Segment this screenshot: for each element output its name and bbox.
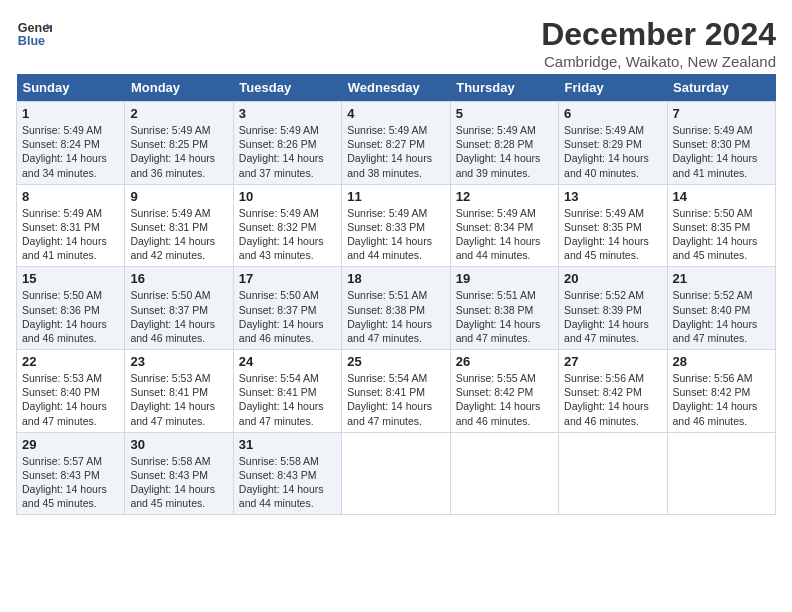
calendar-cell-0-1: 2 Sunrise: 5:49 AMSunset: 8:25 PMDayligh… [125, 102, 233, 185]
day-number: 15 [22, 271, 119, 286]
week-row-2: 15 Sunrise: 5:50 AMSunset: 8:36 PMDaylig… [17, 267, 776, 350]
cell-info: Sunrise: 5:50 AMSunset: 8:35 PMDaylight:… [673, 206, 770, 263]
calendar-cell-4-5 [559, 432, 667, 515]
cell-info: Sunrise: 5:52 AMSunset: 8:40 PMDaylight:… [673, 288, 770, 345]
title-area: December 2024 Cambridge, Waikato, New Ze… [541, 16, 776, 70]
cell-info: Sunrise: 5:50 AMSunset: 8:36 PMDaylight:… [22, 288, 119, 345]
calendar-cell-3-0: 22 Sunrise: 5:53 AMSunset: 8:40 PMDaylig… [17, 350, 125, 433]
day-number: 2 [130, 106, 227, 121]
calendar-cell-0-6: 7 Sunrise: 5:49 AMSunset: 8:30 PMDayligh… [667, 102, 775, 185]
cell-info: Sunrise: 5:49 AMSunset: 8:29 PMDaylight:… [564, 123, 661, 180]
day-number: 3 [239, 106, 336, 121]
calendar-cell-3-1: 23 Sunrise: 5:53 AMSunset: 8:41 PMDaylig… [125, 350, 233, 433]
cell-info: Sunrise: 5:49 AMSunset: 8:28 PMDaylight:… [456, 123, 553, 180]
day-number: 14 [673, 189, 770, 204]
day-number: 19 [456, 271, 553, 286]
day-number: 10 [239, 189, 336, 204]
calendar-cell-4-6 [667, 432, 775, 515]
logo: General Blue [16, 16, 52, 52]
cell-info: Sunrise: 5:58 AMSunset: 8:43 PMDaylight:… [130, 454, 227, 511]
week-row-3: 22 Sunrise: 5:53 AMSunset: 8:40 PMDaylig… [17, 350, 776, 433]
cell-info: Sunrise: 5:49 AMSunset: 8:26 PMDaylight:… [239, 123, 336, 180]
header-saturday: Saturday [667, 74, 775, 102]
calendar-cell-3-6: 28 Sunrise: 5:56 AMSunset: 8:42 PMDaylig… [667, 350, 775, 433]
header-wednesday: Wednesday [342, 74, 450, 102]
week-row-1: 8 Sunrise: 5:49 AMSunset: 8:31 PMDayligh… [17, 184, 776, 267]
calendar-cell-2-0: 15 Sunrise: 5:50 AMSunset: 8:36 PMDaylig… [17, 267, 125, 350]
cell-info: Sunrise: 5:49 AMSunset: 8:33 PMDaylight:… [347, 206, 444, 263]
cell-info: Sunrise: 5:49 AMSunset: 8:27 PMDaylight:… [347, 123, 444, 180]
calendar-table: Sunday Monday Tuesday Wednesday Thursday… [16, 74, 776, 515]
day-number: 29 [22, 437, 119, 452]
day-number: 1 [22, 106, 119, 121]
calendar-cell-2-2: 17 Sunrise: 5:50 AMSunset: 8:37 PMDaylig… [233, 267, 341, 350]
cell-info: Sunrise: 5:56 AMSunset: 8:42 PMDaylight:… [564, 371, 661, 428]
day-number: 16 [130, 271, 227, 286]
svg-text:Blue: Blue [18, 34, 45, 48]
calendar-cell-4-2: 31 Sunrise: 5:58 AMSunset: 8:43 PMDaylig… [233, 432, 341, 515]
header-row: Sunday Monday Tuesday Wednesday Thursday… [17, 74, 776, 102]
header-friday: Friday [559, 74, 667, 102]
day-number: 9 [130, 189, 227, 204]
cell-info: Sunrise: 5:50 AMSunset: 8:37 PMDaylight:… [239, 288, 336, 345]
week-row-0: 1 Sunrise: 5:49 AMSunset: 8:24 PMDayligh… [17, 102, 776, 185]
cell-info: Sunrise: 5:49 AMSunset: 8:31 PMDaylight:… [130, 206, 227, 263]
calendar-cell-4-4 [450, 432, 558, 515]
day-number: 28 [673, 354, 770, 369]
calendar-cell-2-5: 20 Sunrise: 5:52 AMSunset: 8:39 PMDaylig… [559, 267, 667, 350]
cell-info: Sunrise: 5:55 AMSunset: 8:42 PMDaylight:… [456, 371, 553, 428]
day-number: 4 [347, 106, 444, 121]
calendar-cell-1-3: 11 Sunrise: 5:49 AMSunset: 8:33 PMDaylig… [342, 184, 450, 267]
cell-info: Sunrise: 5:57 AMSunset: 8:43 PMDaylight:… [22, 454, 119, 511]
calendar-cell-3-2: 24 Sunrise: 5:54 AMSunset: 8:41 PMDaylig… [233, 350, 341, 433]
cell-info: Sunrise: 5:49 AMSunset: 8:30 PMDaylight:… [673, 123, 770, 180]
header-monday: Monday [125, 74, 233, 102]
calendar-cell-1-5: 13 Sunrise: 5:49 AMSunset: 8:35 PMDaylig… [559, 184, 667, 267]
header-tuesday: Tuesday [233, 74, 341, 102]
header-thursday: Thursday [450, 74, 558, 102]
calendar-cell-2-3: 18 Sunrise: 5:51 AMSunset: 8:38 PMDaylig… [342, 267, 450, 350]
calendar-cell-0-4: 5 Sunrise: 5:49 AMSunset: 8:28 PMDayligh… [450, 102, 558, 185]
calendar-cell-3-4: 26 Sunrise: 5:55 AMSunset: 8:42 PMDaylig… [450, 350, 558, 433]
cell-info: Sunrise: 5:50 AMSunset: 8:37 PMDaylight:… [130, 288, 227, 345]
location-title: Cambridge, Waikato, New Zealand [541, 53, 776, 70]
cell-info: Sunrise: 5:51 AMSunset: 8:38 PMDaylight:… [347, 288, 444, 345]
calendar-cell-0-0: 1 Sunrise: 5:49 AMSunset: 8:24 PMDayligh… [17, 102, 125, 185]
calendar-cell-4-3 [342, 432, 450, 515]
calendar-cell-4-0: 29 Sunrise: 5:57 AMSunset: 8:43 PMDaylig… [17, 432, 125, 515]
day-number: 11 [347, 189, 444, 204]
cell-info: Sunrise: 5:52 AMSunset: 8:39 PMDaylight:… [564, 288, 661, 345]
cell-info: Sunrise: 5:49 AMSunset: 8:32 PMDaylight:… [239, 206, 336, 263]
cell-info: Sunrise: 5:54 AMSunset: 8:41 PMDaylight:… [347, 371, 444, 428]
cell-info: Sunrise: 5:49 AMSunset: 8:34 PMDaylight:… [456, 206, 553, 263]
calendar-cell-1-0: 8 Sunrise: 5:49 AMSunset: 8:31 PMDayligh… [17, 184, 125, 267]
calendar-cell-1-6: 14 Sunrise: 5:50 AMSunset: 8:35 PMDaylig… [667, 184, 775, 267]
day-number: 30 [130, 437, 227, 452]
day-number: 27 [564, 354, 661, 369]
day-number: 31 [239, 437, 336, 452]
day-number: 18 [347, 271, 444, 286]
calendar-cell-1-4: 12 Sunrise: 5:49 AMSunset: 8:34 PMDaylig… [450, 184, 558, 267]
day-number: 22 [22, 354, 119, 369]
header-sunday: Sunday [17, 74, 125, 102]
day-number: 7 [673, 106, 770, 121]
calendar-cell-0-3: 4 Sunrise: 5:49 AMSunset: 8:27 PMDayligh… [342, 102, 450, 185]
cell-info: Sunrise: 5:53 AMSunset: 8:41 PMDaylight:… [130, 371, 227, 428]
cell-info: Sunrise: 5:49 AMSunset: 8:25 PMDaylight:… [130, 123, 227, 180]
day-number: 8 [22, 189, 119, 204]
day-number: 26 [456, 354, 553, 369]
calendar-cell-3-5: 27 Sunrise: 5:56 AMSunset: 8:42 PMDaylig… [559, 350, 667, 433]
day-number: 6 [564, 106, 661, 121]
cell-info: Sunrise: 5:51 AMSunset: 8:38 PMDaylight:… [456, 288, 553, 345]
day-number: 12 [456, 189, 553, 204]
calendar-cell-0-5: 6 Sunrise: 5:49 AMSunset: 8:29 PMDayligh… [559, 102, 667, 185]
day-number: 17 [239, 271, 336, 286]
calendar-cell-2-6: 21 Sunrise: 5:52 AMSunset: 8:40 PMDaylig… [667, 267, 775, 350]
calendar-cell-1-1: 9 Sunrise: 5:49 AMSunset: 8:31 PMDayligh… [125, 184, 233, 267]
calendar-cell-3-3: 25 Sunrise: 5:54 AMSunset: 8:41 PMDaylig… [342, 350, 450, 433]
cell-info: Sunrise: 5:49 AMSunset: 8:24 PMDaylight:… [22, 123, 119, 180]
calendar-cell-1-2: 10 Sunrise: 5:49 AMSunset: 8:32 PMDaylig… [233, 184, 341, 267]
calendar-cell-0-2: 3 Sunrise: 5:49 AMSunset: 8:26 PMDayligh… [233, 102, 341, 185]
day-number: 13 [564, 189, 661, 204]
month-title: December 2024 [541, 16, 776, 53]
